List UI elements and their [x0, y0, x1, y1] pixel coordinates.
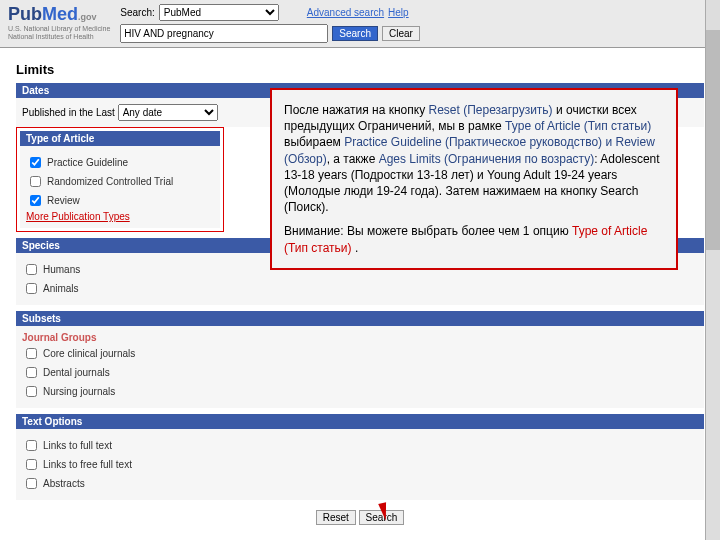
- logo-sub1: U.S. National Library of Medicine: [8, 25, 110, 33]
- lbl-core: Core clinical journals: [43, 348, 135, 359]
- lbl-humans: Humans: [43, 264, 80, 275]
- lbl-nursing: Nursing journals: [43, 386, 115, 397]
- limits-title: Limits: [16, 62, 704, 77]
- more-types-link[interactable]: More Publication Types: [26, 211, 214, 222]
- logo-gov: .gov: [78, 12, 97, 22]
- ck-review[interactable]: [30, 195, 41, 206]
- ck-core[interactable]: [26, 348, 37, 359]
- lbl-rct: Randomized Controlled Trial: [47, 176, 173, 187]
- subsets-bar: Subsets: [16, 311, 704, 326]
- type-bar: Type of Article: [20, 131, 220, 146]
- scrollbar-thumb[interactable]: [706, 30, 720, 250]
- journal-groups: Journal Groups: [22, 332, 698, 343]
- ck-free[interactable]: [26, 459, 37, 470]
- ck-rct[interactable]: [30, 176, 41, 187]
- clear-button[interactable]: Clear: [382, 26, 420, 41]
- lbl-animals: Animals: [43, 283, 79, 294]
- search-input[interactable]: [120, 24, 328, 43]
- lbl-dental: Dental journals: [43, 367, 110, 378]
- advanced-link[interactable]: Advanced search: [307, 7, 384, 18]
- tutorial-callout: После нажатия на кнопку Reset (Перезагру…: [270, 88, 678, 270]
- type-highlight: Type of Article Practice Guideline Rando…: [16, 127, 224, 232]
- db-select[interactable]: PubMed: [159, 4, 279, 21]
- logo: PubMed.gov U.S. National Library of Medi…: [8, 4, 110, 40]
- search-button[interactable]: Search: [332, 26, 378, 41]
- ck-nursing[interactable]: [26, 386, 37, 397]
- header: PubMed.gov U.S. National Library of Medi…: [0, 0, 720, 48]
- ck-humans[interactable]: [26, 264, 37, 275]
- logo-med: Med: [42, 4, 78, 24]
- scrollbar[interactable]: [705, 0, 720, 540]
- lbl-full: Links to full text: [43, 440, 112, 451]
- ck-animals[interactable]: [26, 283, 37, 294]
- ck-abs[interactable]: [26, 478, 37, 489]
- lbl-guideline: Practice Guideline: [47, 157, 128, 168]
- pub-select[interactable]: Any date: [118, 104, 218, 121]
- ck-dental[interactable]: [26, 367, 37, 378]
- logo-sub2: National Institutes of Health: [8, 33, 110, 41]
- help-link[interactable]: Help: [388, 7, 409, 18]
- pub-label: Published in the Last: [22, 107, 115, 118]
- reset-button[interactable]: Reset: [316, 510, 356, 525]
- lbl-abs: Abstracts: [43, 478, 85, 489]
- text-bar: Text Options: [16, 414, 704, 429]
- lbl-review: Review: [47, 195, 80, 206]
- ck-full[interactable]: [26, 440, 37, 451]
- search-block: Search: PubMed Advanced search Help Sear…: [120, 4, 420, 43]
- logo-pub: Pub: [8, 4, 42, 24]
- search-label: Search:: [120, 7, 154, 18]
- ck-guideline[interactable]: [30, 157, 41, 168]
- lbl-free: Links to free full text: [43, 459, 132, 470]
